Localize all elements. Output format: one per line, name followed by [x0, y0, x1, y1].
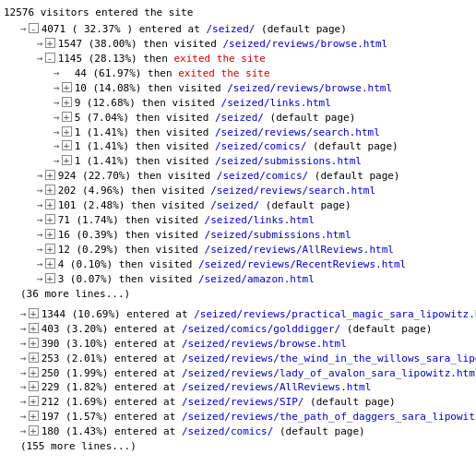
- sec-6-icon[interactable]: [29, 396, 39, 406]
- child-7-icon[interactable]: [45, 244, 55, 254]
- child-2-icon[interactable]: [45, 170, 55, 180]
- child-0: → 1547 (38.00%) then visited /seized/rev…: [4, 37, 472, 52]
- child-6-icon[interactable]: [45, 229, 55, 239]
- sec-5-icon[interactable]: [29, 381, 39, 391]
- root-connector: →: [20, 22, 27, 37]
- sec-7-icon[interactable]: [29, 411, 39, 421]
- sub-6-icon[interactable]: [62, 155, 72, 165]
- sec-7: → 197 (1.57%) entered at /seized/reviews…: [4, 410, 472, 424]
- root-label: entered at: [139, 23, 200, 35]
- child-9: → 3 (0.07%) then visited /seized/amazon.…: [4, 272, 472, 287]
- sec-8: → 180 (1.43%) entered at /seized/comics/…: [4, 424, 472, 439]
- root-text: 4071 ( 32.37% ) entered at /seized/ (def…: [42, 22, 347, 37]
- subchildren-1145: → 44 (61.97%) then exited the site → 10 …: [4, 66, 472, 170]
- sec-4-icon[interactable]: [29, 367, 39, 377]
- sub-4: → 1 (1.41%) then visited /seized/reviews…: [54, 125, 472, 140]
- child-7: → 12 (0.29%) then visited /seized/review…: [4, 243, 472, 257]
- header-text: 12576 visitors entered the site: [4, 6, 193, 20]
- sub-2-icon[interactable]: [62, 97, 72, 107]
- sub-5-icon[interactable]: [62, 140, 72, 150]
- child-4-icon[interactable]: [45, 199, 55, 209]
- sec-more-text: (155 more lines...): [20, 439, 137, 454]
- child-0-icon[interactable]: [45, 38, 55, 48]
- sec-1: → 403 (3.20%) entered at /seized/comics/…: [4, 322, 472, 337]
- root-more-lines: (36 more lines...): [4, 287, 472, 302]
- child-9-icon[interactable]: [45, 273, 55, 283]
- sec-1-icon[interactable]: [29, 323, 39, 333]
- sec-0-icon[interactable]: [29, 308, 39, 318]
- sub-4-icon[interactable]: [62, 126, 72, 137]
- child-1-icon[interactable]: [45, 53, 55, 63]
- child-3-icon[interactable]: [45, 185, 55, 195]
- sub-3: → 5 (7.04%) then visited /seized/ (defau…: [54, 111, 472, 125]
- child-4: → 101 (2.48%) then visited /seized/ (def…: [4, 198, 472, 213]
- child-2: → 924 (22.70%) then visited /seized/comi…: [4, 169, 472, 184]
- sub-0: → 44 (61.97%) then exited the site: [54, 66, 472, 81]
- sub-5: → 1 (1.41%) then visited /seized/comics/…: [54, 139, 472, 154]
- root-expand-icon[interactable]: [29, 23, 39, 33]
- child-8: → 4 (0.10%) then visited /seized/reviews…: [4, 257, 472, 272]
- sub-3-icon[interactable]: [62, 112, 72, 122]
- sec-4: → 250 (1.99%) entered at /seized/reviews…: [4, 366, 472, 381]
- root-note: (default page): [261, 23, 347, 35]
- sub-1-icon[interactable]: [62, 82, 72, 92]
- child-5: → 71 (1.74%) then visited /seized/links.…: [4, 213, 472, 228]
- sec-0: → 1344 (10.69%) entered at /seized/revie…: [4, 307, 472, 322]
- sec-2-icon[interactable]: [29, 338, 39, 348]
- sec-5: → 229 (1.82%) entered at /seized/reviews…: [4, 380, 472, 395]
- tree-container: 12576 visitors entered the site → 4071 (…: [4, 6, 472, 454]
- sec-3-icon[interactable]: [29, 352, 39, 363]
- sec-8-icon[interactable]: [29, 425, 39, 436]
- header-line: 12576 visitors entered the site: [4, 6, 472, 20]
- sub-6: → 1 (1.41%) then visited /seized/submiss…: [54, 154, 472, 169]
- root-url[interactable]: /seized/: [206, 23, 255, 35]
- child-8-icon[interactable]: [45, 258, 55, 269]
- root-count: 4071: [42, 23, 66, 35]
- sub-2: → 9 (12.68%) then visited /seized/links.…: [54, 96, 472, 111]
- child-1: → 1145 (28.13%) then exited the site: [4, 52, 472, 66]
- child-3: → 202 (4.96%) then visited /seized/revie…: [4, 184, 472, 198]
- root-node: → 4071 ( 32.37% ) entered at /seized/ (d…: [4, 22, 472, 37]
- secondary-list: → 1344 (10.69%) entered at /seized/revie…: [4, 307, 472, 454]
- sec-6: → 212 (1.69%) entered at /seized/reviews…: [4, 395, 472, 410]
- sec-3: → 253 (2.01%) entered at /seized/reviews…: [4, 352, 472, 366]
- root-pct: 32.37%: [84, 23, 121, 35]
- sec-2: → 390 (3.10%) entered at /seized/reviews…: [4, 337, 472, 352]
- root-more-text: (36 more lines...): [20, 287, 130, 302]
- sub-1: → 10 (14.08%) then visited /seized/revie…: [54, 81, 472, 96]
- child-5-icon[interactable]: [45, 214, 55, 224]
- sec-more-lines: (155 more lines...): [4, 439, 472, 454]
- child-6: → 16 (0.39%) then visited /seized/submis…: [4, 228, 472, 243]
